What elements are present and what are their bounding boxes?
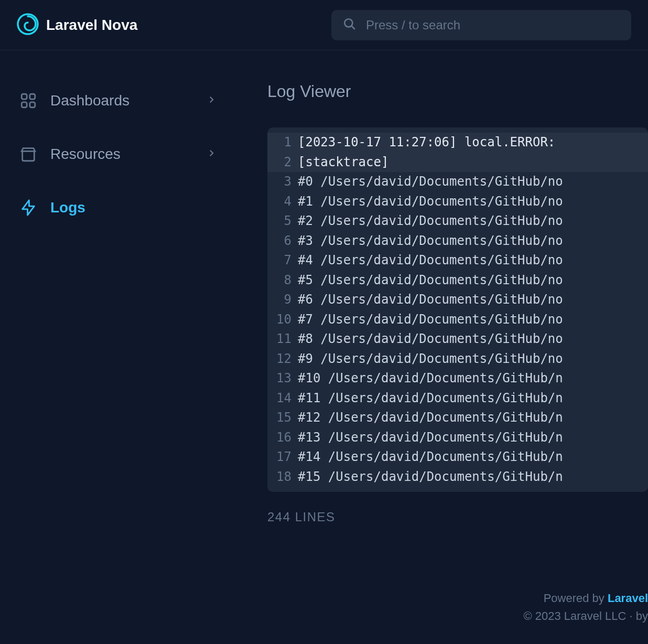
footer-copyright: © 2023 Laravel LLC · by: [523, 609, 648, 623]
log-line: 17#14 /Users/david/Documents/GitHub/n: [267, 447, 648, 467]
app-name: Laravel Nova: [46, 17, 137, 34]
line-content: [stacktrace]: [298, 153, 388, 173]
log-line: 4#1 /Users/david/Documents/GitHub/no: [267, 192, 648, 212]
resources-icon: [19, 145, 38, 164]
log-line: 13#10 /Users/david/Documents/GitHub/n: [267, 369, 648, 389]
search-container[interactable]: [331, 10, 631, 40]
chevron-right-icon: [207, 148, 216, 160]
line-number: 13: [267, 369, 298, 389]
line-content: #0 /Users/david/Documents/GitHub/no: [298, 172, 563, 192]
line-number: 7: [267, 251, 298, 271]
log-line: 7#4 /Users/david/Documents/GitHub/no: [267, 251, 648, 271]
line-content: #2 /Users/david/Documents/GitHub/no: [298, 211, 563, 231]
line-content: #13 /Users/david/Documents/GitHub/n: [298, 428, 563, 448]
log-line: 9#6 /Users/david/Documents/GitHub/no: [267, 290, 648, 310]
header: Laravel Nova: [0, 0, 648, 50]
log-line: 3#0 /Users/david/Documents/GitHub/no: [267, 172, 648, 192]
line-number: 18: [267, 467, 298, 487]
line-number: 8: [267, 271, 298, 291]
svg-line-2: [351, 26, 355, 29]
footer: Powered by Laravel © 2023 Laravel LLC · …: [523, 592, 648, 623]
sidebar-item-logs[interactable]: Logs: [15, 189, 220, 227]
line-content: #8 /Users/david/Documents/GitHub/no: [298, 329, 563, 349]
sidebar-item-resources[interactable]: Resources: [15, 135, 220, 173]
line-count: 244 LINES: [267, 510, 648, 524]
line-content: #6 /Users/david/Documents/GitHub/no: [298, 290, 563, 310]
log-line: 14#11 /Users/david/Documents/GitHub/n: [267, 389, 648, 409]
line-number: 4: [267, 192, 298, 212]
line-content: #14 /Users/david/Documents/GitHub/n: [298, 447, 563, 467]
log-line: 18#15 /Users/david/Documents/GitHub/n: [267, 467, 648, 487]
sidebar: Dashboards Resources Lo: [0, 50, 231, 535]
line-number: 12: [267, 349, 298, 369]
log-line: 11#8 /Users/david/Documents/GitHub/no: [267, 329, 648, 349]
svg-point-1: [344, 19, 352, 27]
line-content: #5 /Users/david/Documents/GitHub/no: [298, 271, 563, 291]
line-content: #10 /Users/david/Documents/GitHub/n: [298, 369, 563, 389]
line-number: 3: [267, 172, 298, 192]
line-number: 16: [267, 428, 298, 448]
line-content: [2023-10-17 11:27:06] local.ERROR:: [298, 133, 555, 153]
line-content: #7 /Users/david/Documents/GitHub/no: [298, 310, 563, 330]
page-title: Log Viewer: [267, 82, 648, 101]
line-number: 2: [267, 153, 298, 173]
log-panel[interactable]: 1[2023-10-17 11:27:06] local.ERROR:2[sta…: [267, 127, 648, 492]
search-icon: [343, 17, 357, 33]
line-content: #11 /Users/david/Documents/GitHub/n: [298, 389, 563, 409]
line-content: #4 /Users/david/Documents/GitHub/no: [298, 251, 563, 271]
line-content: #3 /Users/david/Documents/GitHub/no: [298, 231, 563, 251]
line-content: #12 /Users/david/Documents/GitHub/n: [298, 408, 563, 428]
log-line: 2[stacktrace]: [267, 153, 648, 173]
line-number: 15: [267, 408, 298, 428]
log-line: 10#7 /Users/david/Documents/GitHub/no: [267, 310, 648, 330]
svg-rect-3: [21, 94, 27, 99]
footer-powered-by-link[interactable]: Laravel: [608, 592, 648, 605]
logo[interactable]: Laravel Nova: [17, 13, 137, 37]
logs-icon: [19, 198, 38, 217]
sidebar-item-dashboards[interactable]: Dashboards: [15, 82, 220, 120]
svg-rect-6: [30, 102, 35, 108]
footer-powered-by: Powered by Laravel: [523, 592, 648, 605]
search-input[interactable]: [366, 18, 620, 33]
line-number: 17: [267, 447, 298, 467]
sidebar-item-label: Dashboards: [50, 92, 207, 109]
dashboards-icon: [19, 91, 38, 110]
svg-rect-5: [21, 102, 27, 108]
log-line: 8#5 /Users/david/Documents/GitHub/no: [267, 271, 648, 291]
line-content: #15 /Users/david/Documents/GitHub/n: [298, 467, 563, 487]
log-line: 5#2 /Users/david/Documents/GitHub/no: [267, 211, 648, 231]
line-number: 5: [267, 211, 298, 231]
line-number: 9: [267, 290, 298, 310]
chevron-right-icon: [207, 95, 216, 106]
log-line: 6#3 /Users/david/Documents/GitHub/no: [267, 231, 648, 251]
log-line: 1[2023-10-17 11:27:06] local.ERROR:: [267, 133, 648, 153]
line-number: 14: [267, 389, 298, 409]
line-content: #9 /Users/david/Documents/GitHub/no: [298, 349, 563, 369]
log-line: 15#12 /Users/david/Documents/GitHub/n: [267, 408, 648, 428]
log-line: 16#13 /Users/david/Documents/GitHub/n: [267, 428, 648, 448]
line-content: #1 /Users/david/Documents/GitHub/no: [298, 192, 563, 212]
main-container: Dashboards Resources Lo: [0, 50, 648, 535]
sidebar-item-label: Resources: [50, 146, 207, 163]
log-line: 12#9 /Users/david/Documents/GitHub/no: [267, 349, 648, 369]
content: Log Viewer 1[2023-10-17 11:27:06] local.…: [231, 50, 648, 535]
line-number: 6: [267, 231, 298, 251]
logo-spiral-icon: [17, 13, 39, 37]
footer-powered-by-prefix: Powered by: [544, 592, 608, 605]
line-number: 11: [267, 329, 298, 349]
sidebar-item-label: Logs: [50, 199, 216, 216]
line-number: 1: [267, 133, 298, 153]
svg-rect-4: [30, 94, 35, 99]
line-number: 10: [267, 310, 298, 330]
